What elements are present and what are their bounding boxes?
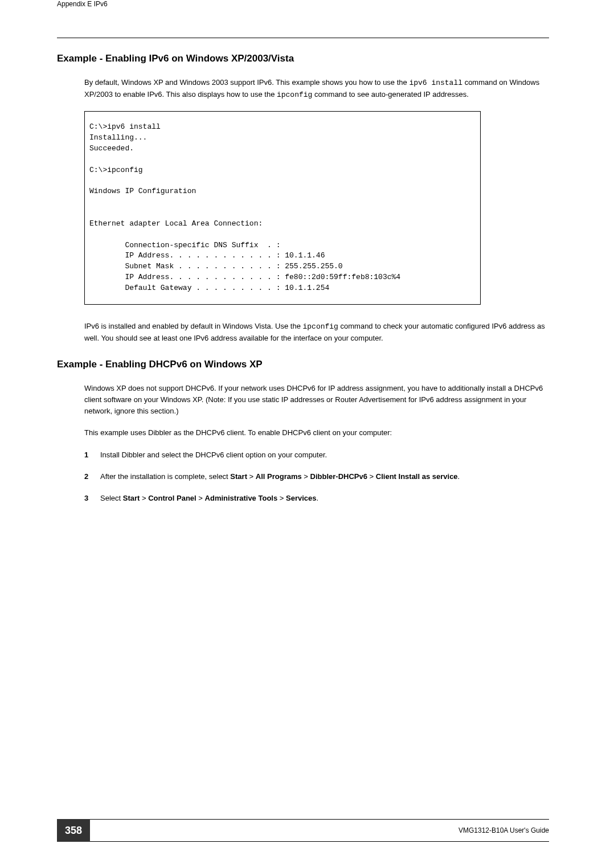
code-box-ipconfig: C:\>ipv6 install Installing... Succeeded…	[84, 111, 481, 305]
para1c: command to see auto-generated IP address…	[312, 90, 468, 99]
header-appendix-text: Appendix E IPv6	[57, 0, 108, 8]
footer: 358 VMG1312-B10A User's Guide	[0, 819, 606, 842]
section1-heading: Example - Enabling IPv6 on Windows XP/20…	[57, 53, 549, 64]
step-3: 3 Select Start > Control Panel > Adminis…	[84, 493, 549, 504]
step3-s2: >	[196, 494, 205, 502]
section2-para2: This example uses Dibbler as the DHCPv6 …	[84, 427, 549, 439]
step2-b4: Client Install as service	[376, 472, 458, 481]
step2-texta: After the installation is complete, sele…	[100, 472, 230, 481]
section2-heading: Example - Enabling DHCPv6 on Windows XP	[57, 359, 549, 370]
step3-b3: Administrative Tools	[205, 494, 278, 502]
section2-para1: Windows XP does not support DHCPv6. If y…	[84, 383, 549, 417]
step-3-num: 3	[84, 493, 100, 504]
footer-line: 358 VMG1312-B10A User's Guide	[57, 819, 549, 842]
step3-s3: >	[277, 494, 286, 502]
step-2: 2 After the installation is complete, se…	[84, 471, 549, 482]
step2-s2: >	[302, 472, 310, 481]
step-1-num: 1	[84, 449, 100, 461]
step2-b3: Dibbler-DHCPv6	[310, 472, 367, 481]
step2-s1: >	[247, 472, 256, 481]
header-rule	[57, 38, 549, 38]
step-1-text: Install Dibbler and select the DHCPv6 cl…	[100, 449, 549, 461]
para2a: IPv6 is installed and enabled by default…	[84, 322, 302, 330]
step3-b1: Start	[123, 494, 140, 502]
page-number: 358	[57, 819, 90, 842]
code-inline-ipconfig-1: ipconfig	[277, 91, 312, 99]
header-appendix: Appendix E IPv6	[57, 0, 549, 8]
step3-s4: .	[317, 494, 319, 502]
step3-b4: Services	[286, 494, 317, 502]
step3-s1: >	[140, 494, 148, 502]
para1a: By default, Windows XP and Windows 2003 …	[84, 78, 409, 87]
code-inline-ipv6-install: ipv6 install	[409, 79, 462, 87]
step3-b2: Control Panel	[148, 494, 196, 502]
step3-texta: Select	[100, 494, 123, 502]
section1-para2: IPv6 is installed and enabled by default…	[84, 321, 549, 344]
step-2-num: 2	[84, 471, 100, 482]
step2-s4: .	[458, 472, 460, 481]
step-1: 1 Install Dibbler and select the DHCPv6 …	[84, 449, 549, 461]
guide-name: VMG1312-B10A User's Guide	[458, 826, 549, 834]
step2-s3: >	[367, 472, 376, 481]
step2-b1: Start	[230, 472, 247, 481]
page-content: Appendix E IPv6 Example - Enabling IPv6 …	[0, 0, 606, 504]
step-3-text: Select Start > Control Panel > Administr…	[100, 493, 549, 504]
code-inline-ipconfig-2: ipconfig	[302, 322, 338, 331]
step-2-text: After the installation is complete, sele…	[100, 471, 549, 482]
step2-b2: All Programs	[256, 472, 302, 481]
section1-para1: By default, Windows XP and Windows 2003 …	[84, 77, 549, 101]
